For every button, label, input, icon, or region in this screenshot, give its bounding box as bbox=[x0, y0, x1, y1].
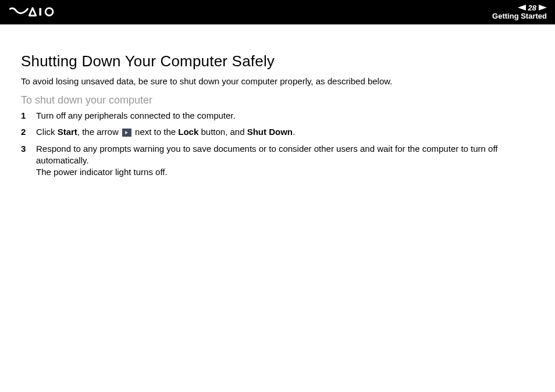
step-item: 1 Turn off any peripherals connected to … bbox=[21, 110, 534, 122]
text: , the arrow bbox=[77, 127, 121, 137]
bold-text: Lock bbox=[178, 127, 198, 137]
section-label: Getting Started bbox=[492, 12, 547, 21]
page-number: 28 bbox=[528, 4, 536, 12]
step-body: Click Start, the arrow next to the Lock … bbox=[36, 126, 534, 138]
text: Click bbox=[36, 127, 58, 137]
step-number: 1 bbox=[21, 110, 36, 122]
text: . bbox=[293, 127, 295, 137]
content: Shutting Down Your Computer Safely To av… bbox=[0, 24, 555, 178]
step-item: 2 Click Start, the arrow next to the Loc… bbox=[21, 126, 534, 138]
svg-marker-4 bbox=[539, 5, 547, 10]
nav-prev-icon[interactable] bbox=[518, 5, 526, 10]
steps-list: 1 Turn off any peripherals connected to … bbox=[21, 110, 534, 178]
text: next to the bbox=[133, 127, 178, 137]
step-body: Respond to any prompts warning you to sa… bbox=[36, 143, 534, 179]
svg-point-2 bbox=[45, 8, 53, 16]
text: Respond to any prompts warning you to sa… bbox=[36, 144, 497, 165]
text: button, and bbox=[198, 127, 247, 137]
page-title: Shutting Down Your Computer Safely bbox=[21, 52, 534, 70]
intro-text: To avoid losing unsaved data, be sure to… bbox=[21, 76, 534, 86]
svg-rect-1 bbox=[39, 8, 41, 16]
page-nav: 28 bbox=[492, 4, 547, 12]
step-body: Turn off any peripherals connected to th… bbox=[36, 110, 534, 122]
step-item: 3 Respond to any prompts warning you to … bbox=[21, 143, 534, 179]
vaio-logo bbox=[9, 6, 67, 19]
header-bar: 28 Getting Started bbox=[0, 0, 555, 24]
step-number: 2 bbox=[21, 126, 36, 138]
step-number: 3 bbox=[21, 143, 36, 179]
bold-text: Start bbox=[58, 127, 77, 137]
header-right: 28 Getting Started bbox=[492, 4, 547, 21]
text: The power indicator light turns off. bbox=[36, 167, 168, 177]
nav-next-icon[interactable] bbox=[539, 5, 547, 10]
svg-marker-0 bbox=[29, 8, 35, 16]
sub-heading: To shut down your computer bbox=[21, 94, 534, 106]
svg-marker-3 bbox=[518, 5, 526, 10]
bold-text: Shut Down bbox=[247, 127, 293, 137]
arrow-menu-icon bbox=[122, 129, 131, 137]
